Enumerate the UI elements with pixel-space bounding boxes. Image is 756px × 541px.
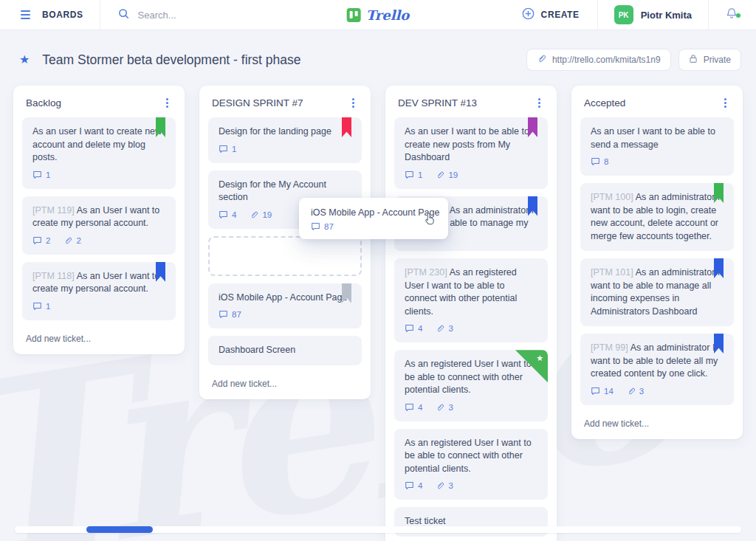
ticket-card[interactable]: [PTM 99]As an administrator I want to be… bbox=[580, 334, 734, 405]
user-avatar: PK bbox=[614, 5, 633, 24]
attachments-count: 2 bbox=[63, 235, 80, 247]
user-name: Piotr Kmita bbox=[641, 10, 692, 21]
search-input[interactable] bbox=[137, 9, 250, 21]
board-url: http://trello.com/kmita/ts1n9 bbox=[552, 55, 661, 65]
ticket-id: [PTM 100] bbox=[591, 192, 633, 202]
comments-count: 1 bbox=[219, 143, 236, 155]
ticket-card[interactable]: As an user I want to be able to create n… bbox=[394, 117, 548, 189]
ticket-card[interactable]: As an user I want to create new account … bbox=[22, 117, 176, 189]
app-window: Trello BOARDS Trello CREATE bbox=[0, 0, 756, 541]
column-title: DEV SPRINT #13 bbox=[398, 97, 477, 108]
ticket-card[interactable]: As an registered User I want to be able … bbox=[394, 429, 548, 500]
ticket-card[interactable]: Design for the landing page 1 bbox=[208, 117, 362, 163]
board-url-button[interactable]: http://trello.com/kmita/ts1n9 bbox=[526, 49, 671, 71]
comments-count: 4 bbox=[405, 402, 422, 413]
notifications-button[interactable] bbox=[709, 7, 743, 23]
column-menu-icon[interactable] bbox=[162, 96, 172, 110]
dragged-ticket-card[interactable]: iOS Mobile App - Account Page 87 bbox=[299, 198, 448, 239]
column-header: Accepted bbox=[580, 86, 734, 117]
ticket-card[interactable]: [PTM 100]As an administrator I want to b… bbox=[580, 183, 734, 251]
column-menu-icon[interactable] bbox=[721, 96, 730, 110]
ticket-id: [PTM 230] bbox=[405, 267, 447, 278]
horizontal-scrollbar-thumb[interactable] bbox=[86, 526, 153, 533]
topbar-left: BOARDS bbox=[0, 0, 250, 30]
plus-circle-icon bbox=[522, 7, 535, 23]
ticket-id: [PTM 119] bbox=[32, 205, 75, 216]
board-header: ★ Team Stormer beta development - first … bbox=[0, 30, 756, 84]
search-icon bbox=[118, 8, 129, 22]
board-canvas: Backlog As an user I want to create new … bbox=[0, 84, 756, 541]
column-title: Accepted bbox=[584, 97, 625, 108]
ticket-card[interactable]: As an user I want to be able to send a m… bbox=[580, 117, 734, 176]
create-button[interactable]: CREATE bbox=[504, 7, 597, 23]
comments-count: 87 bbox=[311, 222, 334, 231]
create-button-label: CREATE bbox=[541, 10, 580, 20]
comments-count: 14 bbox=[591, 385, 614, 397]
comments-count: 4 bbox=[405, 323, 422, 334]
ticket-card[interactable]: [PTM 118]As an User I want to create my … bbox=[22, 262, 176, 320]
comments-count: 1 bbox=[32, 169, 50, 181]
ticket-card[interactable]: ★ As an registered User I want to be abl… bbox=[394, 350, 548, 421]
ticket-id: [PTM 118] bbox=[32, 271, 75, 281]
column-menu-icon[interactable] bbox=[348, 96, 358, 110]
trello-logo-text: Trello bbox=[366, 7, 410, 23]
card-drop-placeholder[interactable] bbox=[208, 236, 362, 276]
star-badge-icon: ★ bbox=[536, 353, 543, 364]
privacy-label: Private bbox=[704, 55, 731, 65]
ticket-title: As an user I want to be able to send a m… bbox=[591, 125, 724, 151]
attachments-count: 3 bbox=[436, 323, 453, 334]
ticket-title: Design for the landing page bbox=[219, 125, 351, 139]
ticket-title: As an user I want to be able to create n… bbox=[405, 125, 537, 165]
ticket-id: [PTM 99] bbox=[591, 342, 628, 353]
trello-logo-icon bbox=[347, 8, 361, 22]
ticket-id: [PTM 101] bbox=[591, 267, 633, 278]
comments-count: 1 bbox=[405, 169, 422, 181]
column-header: Backlog bbox=[22, 86, 176, 117]
horizontal-scrollbar-track[interactable] bbox=[15, 526, 741, 533]
comments-count: 87 bbox=[219, 309, 241, 320]
column-design-sprint: DESIGN SPRINT #7 Design for the landing … bbox=[199, 86, 371, 399]
comments-count: 4 bbox=[219, 209, 236, 221]
add-ticket-button[interactable]: Add new ticket... bbox=[208, 373, 362, 392]
column-header: DEV SPRINT #13 bbox=[394, 86, 548, 117]
ticket-card[interactable]: [PTM 119]As an User I want to create my … bbox=[22, 196, 176, 255]
privacy-button[interactable]: Private bbox=[678, 49, 741, 71]
topbar-right: CREATE PK Piotr Kmita bbox=[504, 0, 756, 30]
column-backlog: Backlog As an user I want to create new … bbox=[13, 86, 185, 354]
comments-count: 4 bbox=[405, 480, 422, 492]
comments-count: 1 bbox=[32, 300, 50, 312]
lock-icon bbox=[689, 54, 698, 66]
search-bar[interactable] bbox=[118, 8, 250, 22]
column-title: Backlog bbox=[26, 97, 61, 108]
ticket-title: iOS Mobile App - Account Page bbox=[219, 292, 351, 305]
column-menu-icon[interactable] bbox=[535, 96, 544, 110]
star-icon[interactable]: ★ bbox=[19, 54, 30, 66]
column-accepted: Accepted As an user I want to be able to… bbox=[571, 86, 743, 439]
menu-icon[interactable] bbox=[18, 7, 33, 22]
hand-cursor-icon bbox=[422, 211, 436, 229]
add-ticket-button[interactable]: Add new ticket... bbox=[22, 328, 176, 347]
attachments-count: 3 bbox=[436, 402, 453, 413]
user-menu[interactable]: PK Piotr Kmita bbox=[598, 5, 708, 24]
ticket-title: Dashboard Screen bbox=[219, 344, 351, 357]
ticket-card[interactable]: iOS Mobile App - Account Page 87 bbox=[208, 283, 362, 329]
ticket-card[interactable]: [PTM 101]As an administrator I want to b… bbox=[580, 258, 734, 326]
trello-logo[interactable]: Trello bbox=[347, 0, 410, 30]
column-header: DESIGN SPRINT #7 bbox=[208, 86, 362, 117]
comments-count: 2 bbox=[32, 235, 50, 247]
top-bar: BOARDS Trello CREATE PK P bbox=[0, 0, 756, 30]
ticket-title: As an user I want to create new account … bbox=[32, 125, 165, 165]
divider bbox=[100, 0, 100, 30]
boards-button[interactable]: BOARDS bbox=[42, 10, 83, 20]
notification-dot bbox=[736, 13, 740, 18]
ticket-title: iOS Mobile App - Account Page bbox=[311, 207, 436, 218]
column-title: DESIGN SPRINT #7 bbox=[212, 97, 303, 108]
ticket-card[interactable]: [PTM 230]As an registered User I want to… bbox=[394, 258, 548, 342]
attachments-count: 3 bbox=[436, 480, 453, 492]
ticket-card[interactable]: Dashboard Screen bbox=[208, 336, 362, 365]
add-ticket-button[interactable]: Add new ticket... bbox=[580, 413, 734, 432]
ticket-title: As an registered User I want to be able … bbox=[405, 358, 537, 397]
paperclip-icon bbox=[537, 54, 546, 66]
attachments-count: 3 bbox=[627, 385, 644, 397]
ticket-title: As an registered User I want to be able … bbox=[405, 437, 537, 476]
